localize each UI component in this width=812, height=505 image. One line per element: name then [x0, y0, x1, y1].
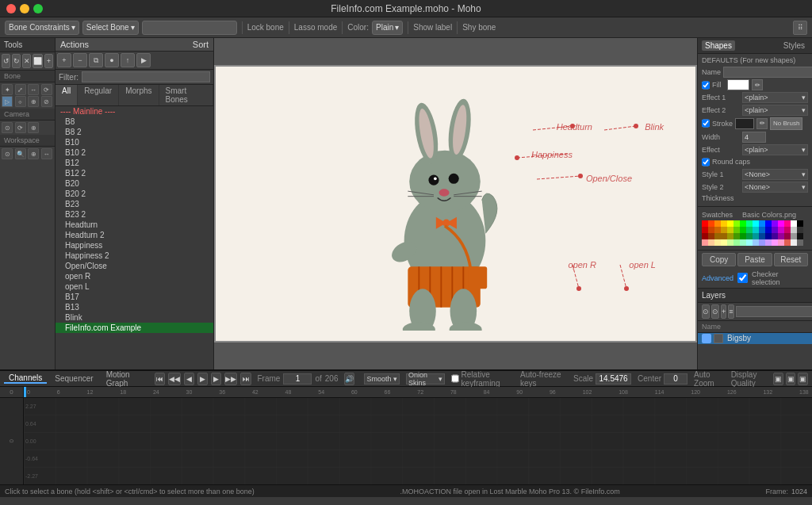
action-headturn[interactable]: Headturn — [56, 220, 213, 230]
ws-tool-1[interactable]: ⊙ — [2, 148, 13, 159]
minimize-button[interactable] — [20, 4, 29, 13]
swatch-s10[interactable] — [759, 233, 765, 239]
close-button[interactable] — [6, 4, 16, 13]
swatch-s12[interactable] — [772, 233, 778, 239]
copy-button[interactable]: Copy — [702, 253, 736, 266]
fill-checkbox[interactable] — [702, 80, 710, 90]
style-tab-shapes[interactable]: Shapes — [702, 40, 735, 51]
layers-icon4[interactable]: ≡ — [728, 304, 733, 319]
swatch-p4[interactable] — [721, 239, 727, 246]
swatch-s7[interactable] — [740, 233, 746, 239]
record-action[interactable]: ● — [105, 53, 119, 67]
action-b8[interactable]: B8 — [56, 117, 213, 127]
name-input[interactable] — [723, 67, 812, 78]
action-happiness2[interactable]: Happiness 2 — [56, 251, 213, 261]
bone-tool-7[interactable]: ⊕ — [28, 96, 39, 107]
fill-pencil[interactable]: ✏ — [752, 79, 763, 90]
swatch-white[interactable] — [791, 220, 797, 227]
step-fwd-btn[interactable]: ▶▶ — [224, 373, 237, 385]
bone-name-input[interactable] — [142, 21, 237, 35]
layers-icon1[interactable]: ⊙ — [702, 304, 710, 319]
layers-icon3[interactable]: + — [721, 304, 726, 319]
action-openl[interactable]: open L — [56, 281, 213, 292]
play-start-btn[interactable]: ⏮ — [155, 373, 165, 385]
frame-input[interactable] — [283, 373, 312, 384]
action-happiness[interactable]: Happiness — [56, 240, 213, 251]
step-back-btn[interactable]: ◀◀ — [168, 373, 181, 385]
center-input[interactable] — [664, 373, 688, 384]
swatch-p2[interactable] — [708, 239, 714, 246]
swatch-p15[interactable] — [791, 239, 797, 246]
tab-smart-bones[interactable]: Smart Bones — [159, 85, 213, 105]
ws-tool-3[interactable]: ⊕ — [28, 148, 39, 159]
swatch-p11[interactable] — [765, 239, 772, 246]
swatch-purple[interactable] — [772, 220, 778, 227]
swatch-s3[interactable] — [714, 233, 721, 239]
play-btn[interactable]: ▶ — [197, 373, 208, 385]
action-openclose[interactable]: Open/Close — [56, 261, 213, 271]
action-b13[interactable]: B13 — [56, 302, 213, 312]
swatch-r8[interactable] — [740, 227, 746, 233]
swatch-p5[interactable] — [727, 239, 733, 246]
add-action[interactable]: + — [57, 53, 71, 67]
tab-sequencer[interactable]: Sequencer — [50, 374, 98, 383]
swatch-p6[interactable] — [733, 239, 740, 246]
action-b10[interactable]: B10 — [56, 137, 213, 147]
swatch-p1[interactable] — [702, 239, 708, 246]
action-b232[interactable]: B23 2 — [56, 209, 213, 220]
swatch-r4[interactable] — [714, 227, 721, 233]
swatch-r16[interactable] — [791, 227, 797, 233]
swatch-r7[interactable] — [733, 227, 740, 233]
toolbar-icon-1[interactable]: ⠿ — [793, 21, 807, 35]
swatch-r6[interactable] — [727, 227, 733, 233]
style-tab-styles[interactable]: Styles — [780, 40, 808, 51]
cam-tool-3[interactable]: ⊕ — [28, 122, 39, 133]
dq-btn2[interactable]: ▣ — [786, 373, 796, 385]
checker-checkbox[interactable] — [737, 273, 748, 283]
scale-input[interactable] — [596, 373, 631, 384]
bone-tool-3[interactable]: ↔ — [28, 84, 39, 95]
style2-dropdown[interactable]: <None> ▾ — [742, 182, 808, 193]
action-b23[interactable]: B23 — [56, 199, 213, 209]
next-frame-btn[interactable]: ▶ — [211, 373, 221, 385]
tab-motion-graph[interactable]: Motion Graph — [102, 370, 149, 388]
audio-btn[interactable]: 🔊 — [344, 373, 354, 385]
action-b17[interactable]: B17 — [56, 292, 213, 302]
layer-bigsby[interactable]: Bigsby — [698, 333, 812, 344]
swatch-r13[interactable] — [772, 227, 778, 233]
swatch-p10[interactable] — [759, 239, 765, 246]
bone-tool-4[interactable]: ⟳ — [41, 84, 52, 95]
play-end-btn[interactable]: ⏭ — [240, 373, 251, 385]
swatch-r17[interactable] — [797, 227, 803, 233]
swatch-blue[interactable] — [759, 220, 765, 227]
swatch-lime[interactable] — [733, 220, 740, 227]
action-openr[interactable]: open R — [56, 271, 213, 281]
swatch-p13[interactable] — [778, 239, 784, 246]
action-blink[interactable]: Blink — [56, 312, 213, 323]
cam-tool-2[interactable]: ⟳ — [15, 122, 26, 133]
color-dropdown[interactable]: Plain ▾ — [372, 21, 403, 35]
advanced-label[interactable]: Advanced — [702, 274, 733, 282]
action-b122[interactable]: B12 2 — [56, 168, 213, 178]
reset-button[interactable]: Reset — [774, 253, 808, 266]
prev-frame-btn[interactable]: ◀ — [184, 373, 194, 385]
swatch-r10[interactable] — [753, 227, 759, 233]
tab-all[interactable]: All — [56, 85, 78, 105]
swatch-yellow2[interactable] — [727, 220, 733, 227]
action-headturn2[interactable]: Headturn 2 — [56, 230, 213, 240]
tab-regular[interactable]: Regular — [78, 85, 119, 105]
swatch-green[interactable] — [740, 220, 746, 227]
bone-tool-5[interactable]: ▷ — [2, 96, 13, 107]
paste-button[interactable]: Paste — [737, 253, 772, 266]
layers-icon2[interactable]: ⊙ — [711, 304, 719, 319]
swatch-r5[interactable] — [721, 227, 727, 233]
bone-tool-2[interactable]: ⤢ — [15, 84, 26, 95]
tool-btn-2[interactable]: ↻ — [12, 54, 21, 68]
tool-btn-1[interactable]: ↺ — [2, 54, 10, 68]
tool-btn-4[interactable]: ⬜ — [33, 54, 43, 68]
stroke-color-swatch[interactable] — [735, 118, 754, 129]
effect2-dropdown[interactable]: <plain> ▾ — [742, 105, 808, 116]
swatch-s8[interactable] — [746, 233, 753, 239]
swatch-pink[interactable] — [784, 220, 791, 227]
onion-skins-dropdown[interactable]: Onion Skins ▾ — [406, 373, 445, 384]
